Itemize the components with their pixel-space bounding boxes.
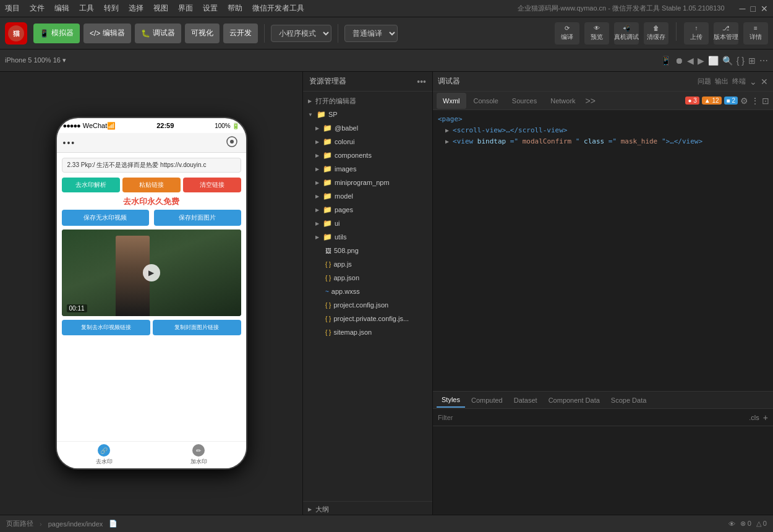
- file-panel-more-icon[interactable]: •••: [417, 77, 426, 87]
- code2-icon[interactable]: { }: [737, 56, 745, 66]
- header-tab-issues[interactable]: 问题: [698, 77, 711, 86]
- folder-pages[interactable]: ▶ 📁 pages: [303, 203, 432, 217]
- tab-console[interactable]: Console: [468, 93, 505, 109]
- file-app-js[interactable]: { } app.js: [303, 257, 432, 271]
- folder-colorui[interactable]: ▶ 📁 colorui: [303, 135, 432, 148]
- devtools-close-icon[interactable]: ✕: [761, 77, 768, 87]
- dev-tab-bar: Wxml Console Sources Network >> ● 3 ▲ 12…: [433, 92, 773, 110]
- compile-select[interactable]: 普通编译: [344, 25, 398, 42]
- bottom-nav-add-watermark[interactable]: ✏ 加水印: [152, 444, 246, 466]
- cloud-btn[interactable]: 云开发: [223, 24, 258, 43]
- file-sitemap[interactable]: { } sitemap.json: [303, 325, 432, 339]
- file-app-wxss[interactable]: ~ app.wxss: [303, 285, 432, 298]
- folder-utils[interactable]: ▶ 📁 utils: [303, 230, 432, 244]
- detail-btn[interactable]: ≡ 详情: [743, 22, 768, 45]
- devtools-menu-icon[interactable]: ⋮: [751, 96, 759, 106]
- menu-item-edit[interactable]: 编辑: [54, 3, 69, 14]
- style-tab-component-data[interactable]: Component Data: [544, 393, 605, 408]
- minimize-icon[interactable]: ─: [740, 4, 746, 14]
- next-icon[interactable]: ▶: [698, 56, 704, 66]
- menu-item-tool[interactable]: 工具: [79, 3, 94, 14]
- visualize-btn[interactable]: 可视化: [185, 24, 220, 43]
- devtools-title: 调试器: [438, 76, 460, 87]
- path-label: 页面路径: [6, 519, 33, 528]
- menu-item-wechat[interactable]: 微信开发者工具: [252, 3, 304, 14]
- real-debug-btn[interactable]: 📲 真机调试: [614, 22, 639, 45]
- images-folder-icon: 📁: [323, 165, 332, 173]
- devtools-gear-icon[interactable]: ⚙: [740, 96, 748, 106]
- phone-bottom-nav: 🔗 去水印 ✏ 加水印: [57, 441, 246, 468]
- compile-btn[interactable]: ⟳ 编译: [555, 22, 579, 45]
- menu-item-project[interactable]: 项目: [5, 3, 20, 14]
- bug-icon: 🐛: [141, 29, 150, 38]
- menu-item-interface[interactable]: 界面: [178, 3, 193, 14]
- preview-btn[interactable]: 👁 预览: [584, 22, 609, 45]
- simulator-btn[interactable]: 📱 模拟器: [33, 24, 80, 43]
- menu-item-settings[interactable]: 设置: [203, 3, 218, 14]
- file-project-private[interactable]: { } project.private.config.js...: [303, 312, 432, 325]
- grid-icon[interactable]: ⊞: [748, 56, 756, 66]
- add-style-button[interactable]: +: [763, 413, 768, 423]
- folder-ui[interactable]: ▶ 📁 ui: [303, 217, 432, 230]
- nav-dots[interactable]: •••: [63, 138, 76, 148]
- editor-btn[interactable]: </> 编辑器: [83, 24, 131, 43]
- style-tab-styles[interactable]: Styles: [437, 393, 465, 408]
- menu-item-goto[interactable]: 转到: [104, 3, 119, 14]
- tab-wxml[interactable]: Wxml: [437, 93, 466, 109]
- save-cover-btn[interactable]: 保存封面图片: [154, 210, 241, 226]
- paste-btn[interactable]: 粘贴链接: [122, 178, 181, 192]
- current-path[interactable]: pages/index/index: [48, 520, 103, 528]
- upload-btn[interactable]: ↑ 上传: [684, 22, 709, 45]
- maximize-icon[interactable]: □: [751, 4, 756, 14]
- menu-item-file[interactable]: 文件: [30, 3, 45, 14]
- folder-images[interactable]: ▶ 📁 images: [303, 162, 432, 176]
- header-tab-terminal[interactable]: 终端: [732, 77, 746, 86]
- style-tab-computed[interactable]: Computed: [466, 393, 508, 408]
- styles-filter-input[interactable]: [438, 414, 745, 421]
- project-root[interactable]: ▼ 📁 SP: [303, 108, 432, 121]
- devtools-dock-icon[interactable]: ⊡: [762, 96, 769, 106]
- play-icon[interactable]: ▶: [143, 264, 160, 281]
- components-folder-icon: 📁: [323, 151, 332, 160]
- clear-btn[interactable]: 清空链接: [183, 178, 241, 192]
- search2-icon[interactable]: 🔍: [722, 56, 733, 66]
- style-tab-scope-data[interactable]: Scope Data: [606, 393, 651, 408]
- menu-item-select[interactable]: 选择: [129, 3, 143, 14]
- screenshot-icon[interactable]: ⬜: [708, 56, 719, 66]
- folder-model[interactable]: ▶ 📁 model: [303, 189, 432, 203]
- mode-select[interactable]: 小程序模式: [271, 25, 331, 42]
- tab-more-icon[interactable]: >>: [586, 96, 596, 106]
- record-icon[interactable]: ⏺: [675, 56, 683, 66]
- menu-item-help[interactable]: 帮助: [228, 3, 242, 14]
- outline-section[interactable]: ▶ 大纲: [303, 501, 432, 515]
- close-icon[interactable]: ✕: [761, 4, 768, 14]
- copy-video-btn[interactable]: 复制去水印视频链接: [62, 320, 150, 335]
- file-project-config[interactable]: { } project.config.json: [303, 298, 432, 312]
- more2-icon[interactable]: ⋯: [759, 56, 768, 66]
- devtools-collapse-icon[interactable]: ⌄: [750, 77, 757, 87]
- menu-item-view[interactable]: 视图: [153, 3, 168, 14]
- copy-cover-btn[interactable]: 复制封面图片链接: [153, 320, 241, 335]
- watermark-analyze-btn[interactable]: 去水印解析: [62, 178, 120, 192]
- folder-components[interactable]: ▶ 📁 components: [303, 148, 432, 162]
- utils-arrow: ▶: [315, 234, 319, 240]
- file-panel: 资源管理器 ••• ▶ 打开的编辑器 ▼ 📁 SP ▶ 📁 @babel ▶: [303, 72, 433, 515]
- tab-network[interactable]: Network: [544, 93, 581, 109]
- folder-babel[interactable]: ▶ 📁 @babel: [303, 121, 432, 135]
- phone-frame-icon[interactable]: 📱: [660, 56, 671, 66]
- debugger-btn[interactable]: 🐛 调试器: [135, 24, 181, 43]
- open-editors-section[interactable]: ▶ 打开的编辑器: [303, 94, 432, 108]
- bottom-nav-watermark[interactable]: 🔗 去水印: [57, 444, 152, 466]
- tab-sources[interactable]: Sources: [506, 93, 543, 109]
- file-508-png[interactable]: 🖼 508.png: [303, 244, 432, 257]
- version-btn[interactable]: ⎇ 版本管理: [714, 22, 738, 45]
- header-tab-output[interactable]: 输出: [715, 77, 728, 86]
- style-tab-dataset[interactable]: Dataset: [509, 393, 542, 408]
- cls-button[interactable]: .cls: [749, 414, 759, 421]
- folder-miniprogram-npm[interactable]: ▶ 📁 miniprogram_npm: [303, 176, 432, 189]
- clear-cache-btn[interactable]: 🗑 清缓存: [644, 22, 668, 45]
- view-icon[interactable]: 👁: [728, 520, 735, 528]
- file-app-json[interactable]: { } app.json: [303, 271, 432, 285]
- prev-icon[interactable]: ◀: [687, 56, 694, 66]
- save-video-btn[interactable]: 保存无水印视频: [62, 210, 149, 226]
